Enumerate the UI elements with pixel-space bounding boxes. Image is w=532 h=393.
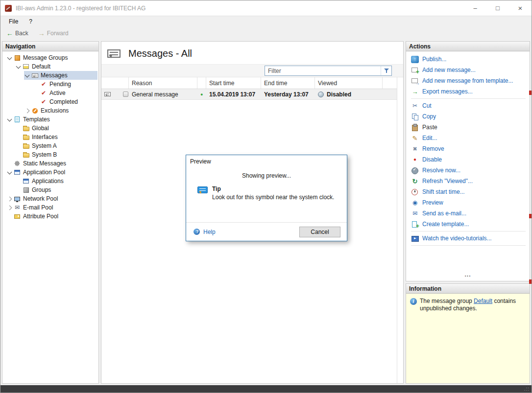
forward-button[interactable]: → Forward [35,29,72,38]
tree-label: Completed [49,98,78,105]
funnel-icon [384,68,389,74]
maximize-button[interactable]: □ [486,0,509,16]
main-header: Messages - All [101,42,403,64]
chevron-down-icon[interactable] [24,72,31,79]
action-add-new-message[interactable]: Add new message... [406,65,530,75]
tree-item-completed[interactable]: ✔ Completed [33,97,97,106]
separator [411,245,526,246]
column-viewed[interactable]: Viewed [315,77,383,89]
network-pool-icon [14,197,20,201]
chevron-right-icon[interactable] [6,204,13,211]
action-refresh-viewed[interactable]: ↻Refresh "Viewed"... [406,176,530,186]
close-button[interactable]: × [509,0,532,16]
tree-item-network-pool[interactable]: Network Pool [6,194,97,203]
actions-overflow[interactable]: ... [406,269,530,281]
column-start-time[interactable]: Start time [206,77,261,89]
cancel-button[interactable]: Cancel [299,227,340,237]
tree-label: Static Messages [23,160,66,167]
table-row[interactable]: General message ● 15.04.2019 13:07 Yeste… [101,89,397,100]
window-title: IBI-aws Admin 1.23.0 - registered for IB… [16,5,145,12]
app-window: IBI-aws Admin 1.23.0 - registered for IB… [0,0,532,393]
tree-item-active[interactable]: ✔ Active [33,89,97,97]
tree-item-global[interactable]: Global [15,124,97,133]
chevron-down-icon[interactable] [15,63,22,70]
column-reason[interactable]: Reason [129,77,197,89]
cell-end-time: Yesterday 13:07 [261,89,315,99]
action-copy[interactable]: Copy [406,111,530,122]
tree-item-pending[interactable]: ✔ Pending [33,80,97,89]
action-add-from-template[interactable]: Add new message from template... [406,75,530,86]
message-icon [104,92,111,96]
tree-item-email-pool[interactable]: ✉ E-mail Pool [6,203,97,212]
tree-item-applications[interactable]: Applications [15,177,97,185]
actions-list: Publish... Add new message... Add new me… [406,51,530,247]
create-template-icon [411,221,419,228]
tree-label: Message Groups [23,54,68,61]
chevron-down-icon[interactable] [6,54,13,61]
action-edit[interactable]: ✎Edit... [406,133,530,143]
tree-label: Application Pool [23,169,65,176]
tree-item-system-a[interactable]: System A [15,141,97,150]
minimize-button[interactable]: – [464,0,486,16]
clock-icon [411,188,419,196]
filter-button[interactable] [381,66,391,75]
tip-body: Look out for this symbol near the system… [212,194,334,201]
window-controls: – □ × [464,0,532,16]
action-paste[interactable]: Paste [406,122,530,133]
templates-icon [15,116,20,122]
tree-item-system-b[interactable]: System B [15,150,97,159]
menu-file[interactable]: File [4,17,23,26]
actions-panel: Actions Publish... Add new message... Ad… [406,41,530,281]
column-indicator [197,77,206,89]
default-group-link[interactable]: Default [474,298,492,304]
cell-viewed: Disabled [327,91,351,98]
resize-grip[interactable]: .:: [524,387,530,392]
back-label: Back [15,30,28,37]
group-icon [23,64,29,69]
action-publish[interactable]: Publish... [406,54,530,65]
email-pool-icon: ✉ [15,205,20,210]
tree-item-static-messages[interactable]: Static Messages [6,159,97,168]
filter-input[interactable] [265,67,381,75]
table-header: Reason Start time End time Viewed [101,77,397,89]
chevron-down-icon[interactable] [6,116,13,123]
action-shift-start-time[interactable]: Shift start time... [406,186,530,197]
tree-item-templates[interactable]: Templates [6,115,97,124]
action-export-messages[interactable]: Export messages... [406,86,530,97]
tree-item-exclusions[interactable]: Exclusions [24,106,97,115]
chevron-right-icon[interactable] [24,107,31,114]
column-end-time[interactable]: End time [261,77,315,89]
tree-item-attribute-pool[interactable]: Attribute Pool [6,212,97,221]
add-message-icon [411,67,419,74]
folder-icon [23,136,29,140]
tree-item-application-pool[interactable]: Application Pool [6,168,97,177]
active-filter-icon: ✔ [41,90,46,96]
action-preview[interactable]: ◉Preview [406,197,530,208]
menu-help[interactable]: ? [24,17,37,26]
tree-item-interfaces[interactable]: Interfaces [15,133,97,141]
tree-item-groups[interactable]: Groups [15,185,97,194]
cell-reason: General message [129,89,197,99]
action-watch-video-tutorials[interactable]: Watch the video-tutorials... [406,233,530,244]
back-button[interactable]: ← Back [3,29,31,38]
information-header: Information [406,284,530,294]
help-icon [193,228,201,235]
action-resolve-now[interactable]: Resolve now... [406,165,530,176]
chevron-down-icon[interactable] [6,169,13,176]
tree-label: E-mail Pool [23,204,53,211]
chevron-right-icon[interactable] [6,195,13,202]
tree-label: Groups [32,186,51,193]
action-create-template[interactable]: Create template... [406,219,530,230]
action-disable[interactable]: ●Disable [406,154,530,165]
tree-item-message-groups[interactable]: Message Groups [6,53,97,62]
navigation-panel: Navigation Message Groups Default Messag… [2,41,99,384]
tree-label: System B [32,151,57,158]
help-link[interactable]: Help [193,228,216,235]
action-remove[interactable]: ✖Remove [406,143,530,154]
action-send-as-email[interactable]: ✉Send as e-mail... [406,208,530,219]
action-cut[interactable]: ✂Cut [406,100,530,111]
tree-label: Interfaces [32,134,58,140]
tree-item-default[interactable]: Default [15,62,97,71]
tree-item-messages[interactable]: Messages [24,71,97,80]
edit-icon: ✎ [411,135,419,142]
